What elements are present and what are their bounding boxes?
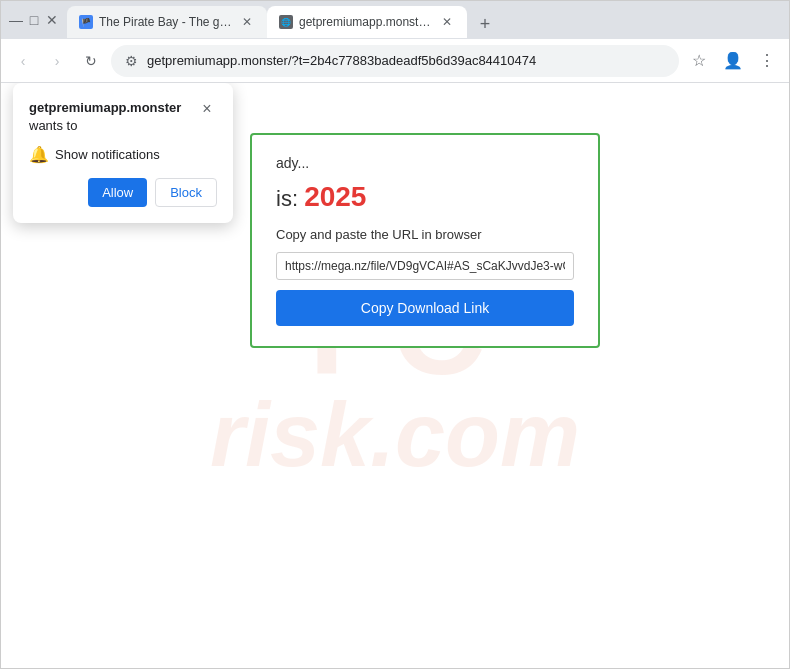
tab-close-getpremium[interactable]: ✕ [439,14,455,30]
address-bar: ‹ › ↻ ⚙ getpremiumapp.monster/?t=2b4c778… [1,39,789,83]
copy-paste-label: Copy and paste the URL in browser [276,227,574,242]
notif-buttons: Allow Block [29,178,217,207]
tab-title-getpremium: getpremiumapp.monster/?t=2… [299,15,433,29]
url-text: getpremiumapp.monster/?t=2b4c77883badead… [147,53,667,68]
url-input[interactable] [276,252,574,280]
menu-button[interactable]: ⋮ [753,47,781,75]
forward-button[interactable]: › [43,47,71,75]
close-button[interactable]: ✕ [45,13,59,27]
notif-title: getpremiumapp.monster wants to [29,99,193,135]
year-value: 2025 [304,181,366,212]
download-box: ady... is: 2025 Copy and paste the URL i… [250,133,600,348]
bell-icon: 🔔 [29,145,49,164]
notif-close-button[interactable]: × [197,99,217,119]
url-bar[interactable]: ⚙ getpremiumapp.monster/?t=2b4c77883bade… [111,45,679,77]
maximize-button[interactable]: □ [27,13,41,27]
block-button[interactable]: Block [155,178,217,207]
bookmark-button[interactable]: ☆ [685,47,713,75]
notif-site-name: getpremiumapp.monster [29,100,181,115]
browser-window: — □ ✕ 🏴 The Pirate Bay - The galaxy's m … [0,0,790,669]
tab-title-piratebay: The Pirate Bay - The galaxy's m [99,15,233,29]
lock-icon: ⚙ [123,53,139,69]
back-button[interactable]: ‹ [9,47,37,75]
reload-button[interactable]: ↻ [77,47,105,75]
download-box-inner: ady... is: 2025 Copy and paste the URL i… [276,155,574,326]
notif-title-rest: wants to [29,118,77,133]
minimize-button[interactable]: — [9,13,23,27]
notif-header: getpremiumapp.monster wants to × [29,99,217,135]
tab-favicon-getpremium: 🌐 [279,15,293,29]
profile-button[interactable]: 👤 [719,47,747,75]
year-line: is: 2025 [276,181,574,213]
tab-close-piratebay[interactable]: ✕ [239,14,255,30]
new-tab-button[interactable]: + [471,10,499,38]
tab-favicon-piratebay: 🏴 [79,15,93,29]
tab-piratebay[interactable]: 🏴 The Pirate Bay - The galaxy's m ✕ [67,6,267,38]
tabs-bar: 🏴 The Pirate Bay - The galaxy's m ✕ 🌐 ge… [63,2,781,38]
tab-getpremium[interactable]: 🌐 getpremiumapp.monster/?t=2… ✕ [267,6,467,38]
notification-popup: getpremiumapp.monster wants to × 🔔 Show … [13,83,233,223]
notif-row: 🔔 Show notifications [29,145,217,164]
year-prefix: is: [276,186,304,211]
ready-text: ady... [276,155,574,171]
copy-download-link-button[interactable]: Copy Download Link [276,290,574,326]
title-bar: — □ ✕ 🏴 The Pirate Bay - The galaxy's m … [1,1,789,39]
notif-show-label: Show notifications [55,147,160,162]
window-controls: — □ ✕ [9,13,59,27]
allow-button[interactable]: Allow [88,178,147,207]
page-content: PC risk.com getpremiumapp.monster wants … [1,83,789,668]
